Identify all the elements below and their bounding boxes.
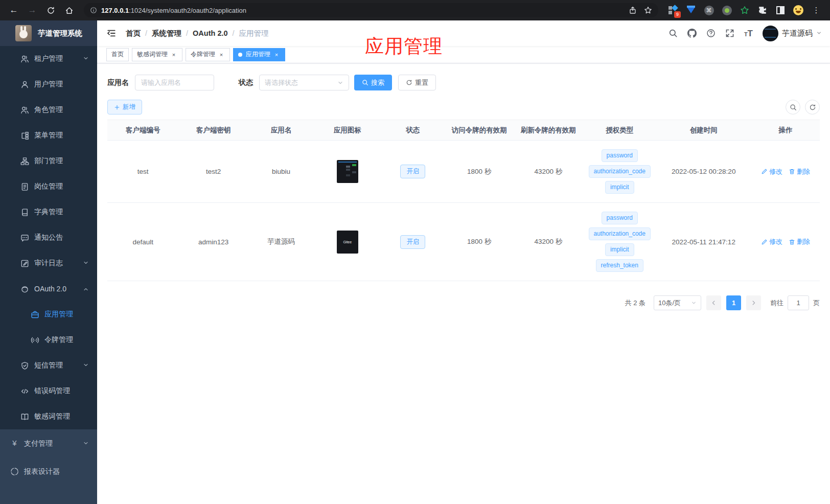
sidebar-item-oauth2[interactable]: OAuth 2.0 (0, 276, 97, 302)
breadcrumb-oauth2[interactable]: OAuth 2.0 (193, 29, 227, 37)
next-page-button[interactable] (746, 295, 761, 310)
puzzle-extensions-icon[interactable] (757, 5, 768, 16)
breadcrumb-home[interactable]: 首页 (126, 29, 141, 38)
sidebar-item-label: 用户管理 (34, 80, 63, 89)
app-title: 芋道管理系统 (38, 29, 82, 38)
cell-created: 2022-05-11 21:47:12 (656, 203, 751, 281)
sidebar-item-user[interactable]: 用户管理 (0, 72, 97, 97)
app-logo-bar[interactable]: 芋道管理系统 (0, 20, 97, 46)
goto-page-input[interactable] (788, 295, 809, 310)
profile-emoji-icon[interactable] (793, 5, 804, 16)
extension-badge-count: 9 (674, 11, 681, 18)
sidebar-item-notice[interactable]: 通知公告 (0, 225, 97, 250)
browser-menu-icon[interactable]: ⋮ (811, 5, 822, 16)
book-open-icon (20, 413, 29, 421)
grant-tag: implicit (605, 243, 634, 256)
command-extension-icon[interactable]: ⌘ (703, 5, 714, 16)
header-search-icon[interactable] (668, 29, 678, 38)
browser-back-icon[interactable]: ← (6, 3, 21, 18)
tab-token[interactable]: 令牌管理× (186, 48, 230, 61)
sidebar-item-oauth2-token[interactable]: 令牌管理 (0, 327, 97, 353)
cell-client-id: default (107, 203, 178, 281)
page-size-select[interactable]: 10条/页 (654, 295, 701, 310)
grant-tag: refresh_token (596, 259, 643, 272)
refresh-table-button[interactable] (805, 100, 820, 114)
share-icon[interactable] (629, 6, 637, 14)
dark-mode-icon[interactable] (775, 5, 786, 16)
tab-sensitive-word[interactable]: 敏感词管理× (132, 48, 182, 61)
browser-home-icon[interactable] (61, 3, 77, 18)
add-button[interactable]: 新增 (107, 100, 142, 114)
font-size-icon[interactable]: TT (744, 29, 753, 38)
address-bar[interactable]: 127.0.0.1:1024/system/oauth2/oauth2/appl… (84, 3, 658, 17)
sidebar-item-audit-log[interactable]: 审计日志 (0, 250, 97, 276)
browser-forward-icon[interactable]: → (25, 3, 40, 18)
edit-button[interactable]: 修改 (761, 167, 782, 176)
sidebar-item-label: 菜单管理 (34, 131, 63, 140)
sidebar-item-payment[interactable]: 支付管理 (0, 429, 97, 457)
chevron-down-icon (337, 80, 343, 86)
sidebar-item-post[interactable]: 岗位管理 (0, 174, 97, 199)
status-badge: 开启 (400, 165, 425, 178)
cell-refresh-ttl: 43200 秒 (514, 141, 584, 203)
prev-page-button[interactable] (706, 295, 721, 310)
sidebar-item-dict[interactable]: 字典管理 (0, 199, 97, 225)
chevron-up-icon (83, 285, 89, 293)
sidebar-item-label: 角色管理 (34, 105, 63, 114)
sidebar: 芋道管理系统 租户管理 用户管理 角色管理 (0, 20, 97, 504)
user-menu[interactable]: 芋道源码 (763, 26, 822, 41)
org-chart-icon (20, 157, 29, 166)
edit-button[interactable]: 修改 (761, 237, 782, 246)
sidebar-item-dept[interactable]: 部门管理 (0, 148, 97, 174)
github-icon[interactable] (687, 29, 697, 38)
help-icon[interactable] (706, 29, 716, 38)
sidebar-item-label: 令牌管理 (44, 335, 73, 345)
toggle-search-button[interactable] (786, 100, 800, 114)
goto-prefix: 前往 (770, 299, 783, 308)
gem-extension-icon[interactable] (685, 5, 697, 16)
cell-client-secret: test2 (178, 141, 248, 203)
close-icon[interactable]: × (170, 51, 177, 58)
browser-reload-icon[interactable] (43, 3, 58, 18)
star-extension-icon[interactable] (739, 5, 750, 16)
cell-app-name: 芋道源码 (248, 203, 314, 281)
sidebar-item-sms[interactable]: 短信管理 (0, 353, 97, 378)
sidebar-item-tenant[interactable]: 租户管理 (0, 46, 97, 72)
tab-home[interactable]: 首页 (106, 48, 129, 61)
message-icon (20, 234, 29, 242)
delete-button[interactable]: 删除 (789, 237, 810, 246)
sidebar-item-menu[interactable]: 菜单管理 (0, 123, 97, 148)
recorder-extension-icon[interactable] (721, 5, 732, 16)
search-button[interactable]: 搜索 (354, 75, 392, 90)
delete-button[interactable]: 删除 (789, 167, 810, 176)
sidebar-item-error-code[interactable]: 错误码管理 (0, 378, 97, 404)
chevron-down-icon (83, 55, 89, 63)
page-number-1[interactable]: 1 (726, 295, 741, 310)
sidebar-item-label: 应用管理 (44, 310, 73, 319)
status-select[interactable]: 请选择状态 (259, 75, 349, 90)
sidebar-item-oauth2-application[interactable]: 应用管理 (0, 302, 97, 327)
reset-button[interactable]: 重置 (398, 75, 436, 90)
col-actions: 操作 (751, 120, 820, 141)
tab-application[interactable]: 应用管理× (233, 48, 285, 61)
fullscreen-icon[interactable] (725, 29, 734, 38)
site-info-icon[interactable] (90, 7, 97, 14)
total-count: 共 2 条 (625, 299, 645, 308)
breadcrumb-system[interactable]: 系统管理 (152, 29, 181, 38)
app-icon-image (337, 160, 358, 183)
close-icon[interactable]: × (218, 51, 225, 58)
sidebar-toggle-icon[interactable] (105, 27, 118, 39)
sidebar-item-report-designer[interactable]: 报表设计器 (0, 457, 97, 486)
table-header-row: 客户端编号 客户端密钥 应用名 应用图标 状态 访问令牌的有效期 刷新令牌的有效… (107, 120, 820, 141)
bookmark-star-icon[interactable] (644, 6, 652, 14)
sidebar-item-label: 报表设计器 (24, 467, 60, 476)
close-icon[interactable]: × (273, 51, 280, 58)
sidebar-item-sensitive-word[interactable]: 敏感词管理 (0, 404, 97, 429)
extension-badge-icon[interactable]: 9 (667, 5, 679, 16)
app-icon-image: Gitee (337, 231, 358, 254)
app-name-input[interactable] (135, 75, 214, 90)
url-text: 127.0.0.1:1024/system/oauth2/oauth2/appl… (101, 7, 246, 14)
sidebar-item-role[interactable]: 角色管理 (0, 97, 97, 123)
chevron-down-icon (691, 300, 697, 306)
cell-client-id: test (107, 141, 178, 203)
